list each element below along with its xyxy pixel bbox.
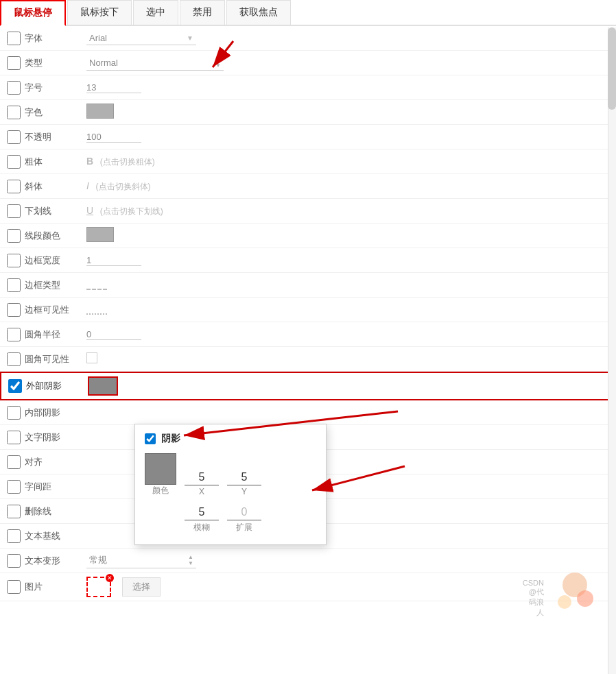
value-borderwidth[interactable] bbox=[86, 255, 609, 266]
value-underline[interactable]: U (点击切换下划线) bbox=[86, 205, 609, 217]
checkbox-color[interactable] bbox=[7, 106, 21, 119]
value-bold[interactable]: B (点击切换粗体) bbox=[86, 156, 609, 168]
checkbox-cornervisible[interactable] bbox=[7, 352, 21, 366]
tab-mousedown[interactable]: 鼠标按下 bbox=[67, 0, 132, 25]
checkbox-bordervisible[interactable] bbox=[7, 303, 21, 317]
checkbox-italic[interactable] bbox=[7, 180, 21, 193]
value-opacity[interactable] bbox=[86, 132, 609, 143]
value-outershadow[interactable] bbox=[88, 376, 608, 396]
value-font[interactable]: Arial ▼ bbox=[86, 32, 609, 45]
label-cornerradius: 圆角半径 bbox=[25, 328, 86, 341]
prop-row-cornervisible: 圆角可见性 bbox=[0, 347, 616, 372]
checkbox-cornerradius[interactable] bbox=[7, 328, 21, 341]
scrollbar[interactable] bbox=[608, 27, 616, 674]
label-italic: 斜体 bbox=[25, 180, 86, 193]
shadow-popup-label: 阴影 bbox=[161, 433, 180, 445]
checkbox-textbaseline[interactable] bbox=[7, 529, 21, 543]
shadow-blur-field[interactable]: 5 模糊 bbox=[185, 506, 219, 533]
value-texttransform[interactable]: 常规 ▲ ▼ bbox=[86, 553, 609, 568]
value-italic[interactable]: I (点击切换斜体) bbox=[86, 180, 609, 193]
label-cornervisible: 圆角可见性 bbox=[25, 353, 86, 365]
value-linecolor[interactable] bbox=[86, 227, 609, 244]
svg-point-5 bbox=[577, 590, 593, 607]
tab-focus[interactable]: 获取焦点 bbox=[226, 0, 291, 25]
scrollbar-thumb[interactable] bbox=[608, 27, 616, 110]
prop-row-underline: 下划线 U (点击切换下划线) bbox=[0, 199, 616, 224]
bold-hint: (点击切换粗体) bbox=[100, 157, 155, 167]
prop-row-outershadow: 外部阴影 bbox=[0, 372, 616, 400]
checkbox-fontsize[interactable] bbox=[7, 81, 21, 95]
checkbox-texttransform[interactable] bbox=[7, 554, 21, 568]
label-textshadow: 文字阴影 bbox=[25, 431, 86, 444]
checkbox-underline[interactable] bbox=[7, 204, 21, 218]
checkbox-image[interactable] bbox=[7, 580, 21, 594]
label-type: 类型 bbox=[25, 57, 86, 69]
value-cornerradius[interactable] bbox=[86, 329, 609, 340]
label-outershadow: 外部阴影 bbox=[26, 380, 88, 392]
value-bordertype[interactable] bbox=[86, 278, 609, 292]
prop-row-bordertype: 边框类型 bbox=[0, 273, 616, 298]
shadow-color-swatch[interactable] bbox=[145, 453, 176, 485]
image-remove-icon[interactable]: ✕ bbox=[106, 574, 114, 582]
bold-icon: B bbox=[86, 156, 93, 167]
shadow-spread-value[interactable]: 0 bbox=[227, 506, 261, 520]
prop-row-cornerradius: 圆角半径 bbox=[0, 322, 616, 347]
input-cornerradius[interactable] bbox=[86, 329, 141, 340]
cornervisible-swatch[interactable] bbox=[86, 352, 97, 363]
label-bordervisible: 边框可见性 bbox=[25, 304, 86, 316]
underline-icon: U bbox=[86, 205, 93, 216]
shadow-y-value[interactable]: 5 bbox=[227, 471, 261, 485]
bordertype-icon bbox=[86, 278, 107, 290]
prop-row-texttransform: 文本变形 常规 ▲ ▼ bbox=[0, 549, 616, 573]
prop-row-color: 字色 bbox=[0, 100, 616, 125]
checkbox-align[interactable] bbox=[7, 455, 21, 469]
input-opacity[interactable] bbox=[86, 132, 141, 143]
shadow-spread-field[interactable]: 0 扩展 bbox=[227, 506, 261, 533]
value-type[interactable]: Normal ▲ ▼ bbox=[86, 55, 609, 71]
tab-selected[interactable]: 选中 bbox=[133, 0, 178, 25]
checkbox-letterspacing[interactable] bbox=[7, 480, 21, 494]
checkbox-bordertype[interactable] bbox=[7, 278, 21, 292]
label-letterspacing: 字间距 bbox=[25, 481, 86, 493]
shadow-y-field[interactable]: 5 Y bbox=[227, 471, 261, 496]
checkbox-innershadow[interactable] bbox=[7, 406, 21, 420]
tab-hover[interactable]: 鼠标悬停 bbox=[0, 0, 66, 26]
watermark-art bbox=[547, 564, 602, 619]
shadow-popup-checkbox[interactable] bbox=[145, 433, 156, 444]
checkbox-font[interactable] bbox=[7, 32, 21, 45]
outershadow-swatch[interactable] bbox=[88, 376, 118, 396]
value-cornervisible[interactable] bbox=[86, 352, 609, 365]
select-image-button[interactable]: 选择 bbox=[122, 577, 161, 597]
prop-row-fontsize: 字号 bbox=[0, 75, 616, 100]
color-swatch-line[interactable] bbox=[86, 227, 114, 242]
color-swatch-font[interactable] bbox=[86, 104, 114, 119]
shadow-blur-value[interactable]: 5 bbox=[185, 506, 219, 520]
label-innershadow: 内部阴影 bbox=[25, 407, 86, 419]
value-fontsize[interactable] bbox=[86, 82, 609, 93]
input-fontsize[interactable] bbox=[86, 82, 141, 93]
shadow-x-field[interactable]: 5 X bbox=[185, 471, 219, 496]
shadow-color-field[interactable]: 颜色 bbox=[145, 453, 176, 496]
prop-row-type: 类型 Normal ▲ ▼ bbox=[0, 51, 616, 75]
input-borderwidth[interactable] bbox=[86, 255, 141, 266]
checkbox-strikethrough[interactable] bbox=[7, 505, 21, 518]
checkbox-borderwidth[interactable] bbox=[7, 254, 21, 267]
label-color: 字色 bbox=[25, 106, 86, 119]
image-placeholder[interactable]: ✕ bbox=[86, 577, 111, 597]
italic-hint: (点击切换斜体) bbox=[96, 182, 151, 191]
checkbox-linecolor[interactable] bbox=[7, 229, 21, 243]
checkbox-textshadow[interactable] bbox=[7, 431, 21, 444]
checkbox-bold[interactable] bbox=[7, 155, 21, 169]
checkbox-type[interactable] bbox=[7, 56, 21, 70]
tab-disabled[interactable]: 禁用 bbox=[180, 0, 225, 25]
checkbox-opacity[interactable] bbox=[7, 130, 21, 144]
checkbox-outershadow[interactable] bbox=[8, 379, 22, 393]
label-bordertype: 边框类型 bbox=[25, 279, 86, 291]
shadow-popup: 阴影 颜色 5 X 5 Y 5 模糊 0 扩展 bbox=[134, 424, 327, 545]
shadow-popup-title: 阴影 bbox=[145, 433, 316, 445]
value-bordervisible[interactable] bbox=[86, 302, 609, 317]
shadow-x-value[interactable]: 5 bbox=[185, 471, 219, 485]
watermark-text: CSDN @代码浪人 bbox=[523, 579, 544, 618]
label-bold: 粗体 bbox=[25, 156, 86, 168]
value-color[interactable] bbox=[86, 104, 609, 121]
